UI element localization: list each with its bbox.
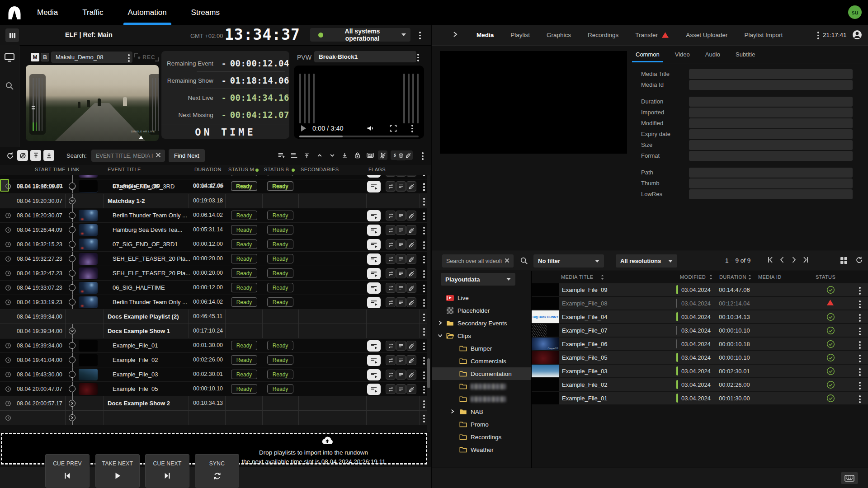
rundown-event-row[interactable]: 08.04 19:32:15.2307_SIG_END_OF_3RD100:00… [0,237,427,252]
transport-cue-prev-button[interactable]: CUE PREV [45,454,90,488]
system-status-dropdown[interactable]: All systems operational [310,28,410,42]
rundown-event-row[interactable]: 08.04 19:43:30.00Example_File_0300:02:30… [0,367,427,382]
tree-item-secondary-events[interactable]: Secondary Events [432,317,531,329]
secondary-events-flag-icon[interactable] [367,268,381,279]
media-tab-playlist[interactable]: Playlist [510,32,530,38]
tree-item-documentation[interactable]: Documentation [432,367,531,380]
monitor-m-toggle[interactable]: M [31,53,39,61]
media-tab-graphics[interactable]: Graphics [547,32,571,38]
media-tab-media[interactable]: Media [476,32,494,38]
media-col-duration[interactable]: DURATION [719,274,746,280]
media-row-menu-icon[interactable] [858,327,862,336]
media-row-menu-icon[interactable] [858,394,862,404]
tree-item-live[interactable]: Live [432,291,531,304]
secondary-events-flag-icon[interactable] [367,253,381,265]
move-bottom-icon[interactable] [340,150,349,160]
row-menu-icon[interactable] [422,284,426,293]
edit-off-flag-icon[interactable] [406,268,416,278]
pvw-source-input[interactable] [314,51,416,62]
secondary-events-flag-icon[interactable] [367,369,381,380]
auto-transition-flag-icon[interactable] [386,355,396,365]
add-event-icon[interactable] [277,150,286,160]
nav-item-automation[interactable]: Automation [128,0,167,25]
layout-flag-icon[interactable] [396,239,406,249]
layout-flag-icon[interactable] [396,283,406,293]
secondary-events-flag-icon[interactable] [367,175,381,178]
auto-transition-flag-icon[interactable] [386,268,396,278]
secondary-events-flag-icon[interactable] [367,355,381,366]
rundown-search-input[interactable] [91,150,165,162]
media-row[interactable]: Example_File_0203.04.202400:02:26.00 [532,378,868,392]
field-value-input[interactable] [689,118,853,128]
move-top-icon[interactable] [302,150,311,160]
edit-off-flag-icon[interactable] [406,254,416,264]
auto-transition-flag-icon[interactable] [386,254,396,264]
tree-item-placeholder[interactable]: Placeholder [432,304,531,317]
rundown-event-row[interactable]: 08.04 19:33:07.2306_SIG_HALFTIME00:00:12… [0,281,427,295]
edit-off-flag-icon[interactable] [406,239,416,249]
row-menu-icon[interactable] [422,197,426,206]
field-value-input[interactable] [689,168,853,178]
auto-transition-flag-icon[interactable] [386,341,396,351]
layout-flag-icon[interactable] [396,370,406,380]
media-tab-transfer[interactable]: Transfer [635,32,669,38]
edit-off-flag-icon[interactable] [406,384,416,394]
group-toggle-icon[interactable] [69,414,75,421]
nav-item-media[interactable]: Media [37,0,58,25]
edit-off-flag-icon[interactable] [406,283,416,293]
auto-transition-flag-icon[interactable] [386,211,396,221]
row-menu-icon[interactable] [422,175,426,177]
auto-transition-flag-icon[interactable] [386,283,396,293]
move-down-icon[interactable] [327,150,337,160]
field-value-input[interactable] [689,178,853,188]
field-value-input[interactable] [689,151,853,161]
id-card-icon[interactable] [365,150,375,160]
tree-item-weather[interactable]: Weather [432,443,531,456]
rundown-event-row[interactable]: 08.04 19:39:34.00Example_File_0100:01:30… [0,338,427,353]
tree-chevron-icon[interactable] [450,409,455,414]
row-menu-icon[interactable] [422,371,426,380]
tree-item-promo[interactable]: Promo [432,418,531,431]
rundown-group-row[interactable]: 08.04 19:20:30.07Matchday 1-200:19:03.18 [0,194,427,208]
rundown-event-row[interactable]: 08.04 19:32:47.23SEH_ELF_TEASER_20 Pla..… [0,266,427,281]
row-menu-icon[interactable] [422,269,426,279]
edit-off-flag-icon[interactable] [406,297,416,307]
rundown-group-row[interactable]: 08.04 19:39:34.00Docs Example Playlist (… [0,310,427,324]
tree-item-redacted[interactable] [432,380,531,393]
row-menu-icon[interactable] [422,298,426,308]
secondary-events-flag-icon[interactable] [367,225,381,236]
media-row-menu-icon[interactable] [858,354,862,363]
scrollbar-thumb[interactable] [427,358,430,388]
media-tab-recordings[interactable]: Recordings [588,32,618,38]
tree-item-nab[interactable]: NAB [432,405,531,418]
sort-icon[interactable] [600,274,604,280]
auto-transition-flag-icon[interactable] [386,225,396,235]
rundown-event-row[interactable]: ReadyReady [0,175,427,179]
next-page-icon[interactable] [790,256,797,263]
layout-flag-icon[interactable] [396,297,406,307]
media-col-status[interactable]: STATUS [816,274,835,280]
auto-transition-flag-icon[interactable] [386,175,396,177]
rundown-event-row[interactable]: 08.04 19:33:19.23Berlin Thunder Team Onl… [0,295,427,310]
play-icon[interactable] [301,125,306,131]
nav-item-traffic[interactable]: Traffic [82,0,103,25]
layout-flag-icon[interactable] [396,211,406,221]
layout-flag-icon[interactable] [396,355,406,365]
media-search-input[interactable] [442,254,514,267]
rundown-event-row[interactable]: 08.04 19:41:04.00Example_File_0200:02:26… [0,353,427,367]
field-value-input[interactable] [689,80,853,90]
group-toggle-icon[interactable] [69,197,75,204]
media-row-menu-icon[interactable] [858,340,862,350]
row-menu-icon[interactable] [422,399,426,409]
field-value-input[interactable] [689,189,853,199]
edit-off-flag-icon[interactable] [406,211,416,221]
edit-off-flag-icon[interactable] [406,341,416,351]
media-tab-asset-uploader[interactable]: Asset Uploader [686,32,727,38]
row-menu-icon[interactable] [422,313,426,322]
collapse-panel-icon[interactable] [452,31,458,38]
transport-cue-next-button[interactable]: CUE NEXT [145,454,189,488]
resolution-select[interactable]: All resolutions [616,254,677,267]
pvw-menu-icon[interactable] [416,53,420,62]
edit-off-flag-icon[interactable] [406,175,416,177]
scroll-to-top-toggle[interactable] [30,150,41,161]
